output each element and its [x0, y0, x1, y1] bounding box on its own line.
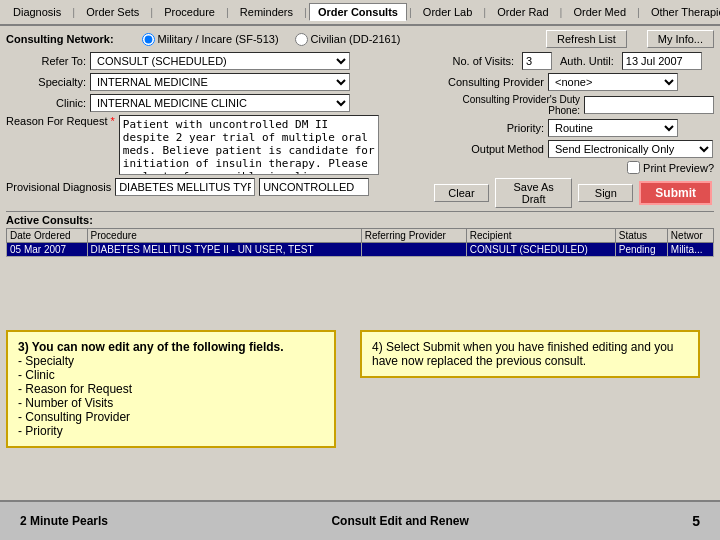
specialty-label: Specialty:: [6, 76, 86, 88]
tooltip-left: 3) You can now edit any of the following…: [6, 330, 336, 448]
bottom-bar-left: 2 Minute Pearls: [20, 514, 108, 528]
duty-phone-input[interactable]: [584, 96, 714, 114]
col-status: Status: [615, 229, 667, 243]
tooltip-left-list: Specialty Clinic Reason for Request Numb…: [18, 354, 324, 438]
no-visits-label: No. of Visits:: [434, 55, 514, 67]
list-item: Number of Visits: [18, 396, 324, 410]
cell-date: 05 Mar 2007: [7, 243, 88, 257]
cell-recipient: CONSULT (SCHEDULED): [466, 243, 615, 257]
reason-textarea[interactable]: Patient with uncontrolled DM II despite …: [119, 115, 379, 175]
clinic-label: Clinic:: [6, 97, 86, 109]
tab-order-lab[interactable]: Order Lab: [414, 3, 482, 21]
list-item: Clinic: [18, 368, 324, 382]
clinic-row: Clinic: INTERNAL MEDICINE CLINIC: [6, 94, 426, 112]
tab-order-consults[interactable]: Order Consults: [309, 3, 407, 21]
prov-diag-label: Provisional Diagnosis: [6, 181, 111, 193]
clear-button[interactable]: Clear: [434, 184, 489, 202]
radio-civilian[interactable]: Civilian (DD-2161): [295, 33, 401, 46]
submit-button[interactable]: Submit: [639, 181, 712, 205]
tab-order-rad[interactable]: Order Rad: [488, 3, 557, 21]
duty-phone-row: Consulting Provider's Duty Phone:: [434, 94, 714, 116]
specialty-row: Specialty: INTERNAL MEDICINE: [6, 73, 426, 91]
cell-status: Pending: [615, 243, 667, 257]
left-column: Refer To: CONSULT (SCHEDULED) Specialty:…: [6, 52, 426, 208]
right-column: No. of Visits: Auth. Until: Consulting P…: [434, 52, 714, 208]
prov-diag-input2[interactable]: [259, 178, 369, 196]
output-method-label: Output Method: [434, 143, 544, 155]
duty-phone-label: Consulting Provider's Duty Phone:: [434, 94, 580, 116]
tab-diagnosis[interactable]: Diagnosis: [4, 3, 70, 21]
my-info-button[interactable]: My Info...: [647, 30, 714, 48]
active-consults-section: Active Consults: Date Ordered Procedure …: [6, 211, 714, 257]
specialty-select[interactable]: INTERNAL MEDICINE: [90, 73, 350, 91]
table-row[interactable]: 05 Mar 2007 DIABETES MELLITUS TYPE II - …: [7, 243, 714, 257]
tab-order-sets[interactable]: Order Sets: [77, 3, 148, 21]
tooltip-right: 4) Select Submit when you have finished …: [360, 330, 700, 378]
consults-table: Date Ordered Procedure Referring Provide…: [6, 228, 714, 257]
tab-procedure[interactable]: Procedure: [155, 3, 224, 21]
col-recipient: Recipient: [466, 229, 615, 243]
list-item: Consulting Provider: [18, 410, 324, 424]
cell-network: Milita...: [667, 243, 713, 257]
bottom-bar: 2 Minute Pearls Consult Edit and Renew 5: [0, 500, 720, 540]
radio-military[interactable]: Military / Incare (SF-513): [142, 33, 279, 46]
tab-order-med[interactable]: Order Med: [564, 3, 635, 21]
bottom-bar-center: Consult Edit and Renew: [331, 514, 468, 528]
list-item: Priority: [18, 424, 324, 438]
cell-procedure: DIABETES MELLITUS TYPE II - UN USER, TES…: [87, 243, 361, 257]
form-area: Refer To: CONSULT (SCHEDULED) Specialty:…: [6, 52, 714, 208]
consulting-provider-select[interactable]: <none>: [548, 73, 678, 91]
consulting-network-label: Consulting Network:: [6, 33, 114, 45]
tooltip-left-title: 3) You can now edit any of the following…: [18, 340, 284, 354]
consulting-network-row: Consulting Network: Military / Incare (S…: [6, 30, 714, 48]
refer-to-select[interactable]: CONSULT (SCHEDULED): [90, 52, 350, 70]
print-preview-checkbox[interactable]: Print Preview?: [627, 161, 714, 174]
output-method-select[interactable]: Send Electronically Only: [548, 140, 713, 158]
refer-to-row: Refer To: CONSULT (SCHEDULED): [6, 52, 426, 70]
list-item: Reason for Request: [18, 382, 324, 396]
auth-until-label: Auth. Until:: [560, 55, 614, 67]
priority-row: Priority: Routine: [434, 119, 714, 137]
output-method-row: Output Method Send Electronically Only: [434, 140, 714, 158]
tooltip-right-text: 4) Select Submit when you have finished …: [372, 340, 674, 368]
priority-select[interactable]: Routine: [548, 119, 678, 137]
reason-row: Reason For Request * Patient with uncont…: [6, 115, 426, 175]
reason-label: Reason For Request *: [6, 115, 115, 127]
network-radio-group: Military / Incare (SF-513) Civilian (DD-…: [142, 33, 401, 46]
nav-tabs: Diagnosis | Order Sets | Procedure | Rem…: [0, 0, 720, 26]
cell-referring-provider: [361, 243, 466, 257]
save-as-draft-button[interactable]: Save As Draft: [495, 178, 572, 208]
bottom-bar-right: 5: [692, 513, 700, 529]
tab-reminders[interactable]: Reminders: [231, 3, 302, 21]
refresh-list-button[interactable]: Refresh List: [546, 30, 627, 48]
visits-auth-row: No. of Visits: Auth. Until:: [434, 52, 714, 70]
prov-diag-row: Provisional Diagnosis: [6, 178, 426, 196]
print-preview-row: Print Preview?: [434, 161, 714, 174]
tab-other-therapies[interactable]: Other Therapies: [642, 3, 720, 21]
consulting-provider-row: Consulting Provider <none>: [434, 73, 714, 91]
col-network: Networ: [667, 229, 713, 243]
no-visits-input[interactable]: [522, 52, 552, 70]
refer-to-label: Refer To:: [6, 55, 86, 67]
auth-until-input[interactable]: [622, 52, 702, 70]
clinic-select[interactable]: INTERNAL MEDICINE CLINIC: [90, 94, 350, 112]
col-date: Date Ordered: [7, 229, 88, 243]
sign-button[interactable]: Sign: [578, 184, 633, 202]
consulting-provider-label: Consulting Provider: [434, 76, 544, 88]
col-procedure: Procedure: [87, 229, 361, 243]
col-provider: Referring Provider: [361, 229, 466, 243]
action-buttons: Clear Save As Draft Sign Submit: [434, 178, 714, 208]
list-item: Specialty: [18, 354, 324, 368]
active-consults-header: Active Consults:: [6, 214, 714, 226]
prov-diag-input1[interactable]: [115, 178, 255, 196]
priority-label: Priority:: [434, 122, 544, 134]
